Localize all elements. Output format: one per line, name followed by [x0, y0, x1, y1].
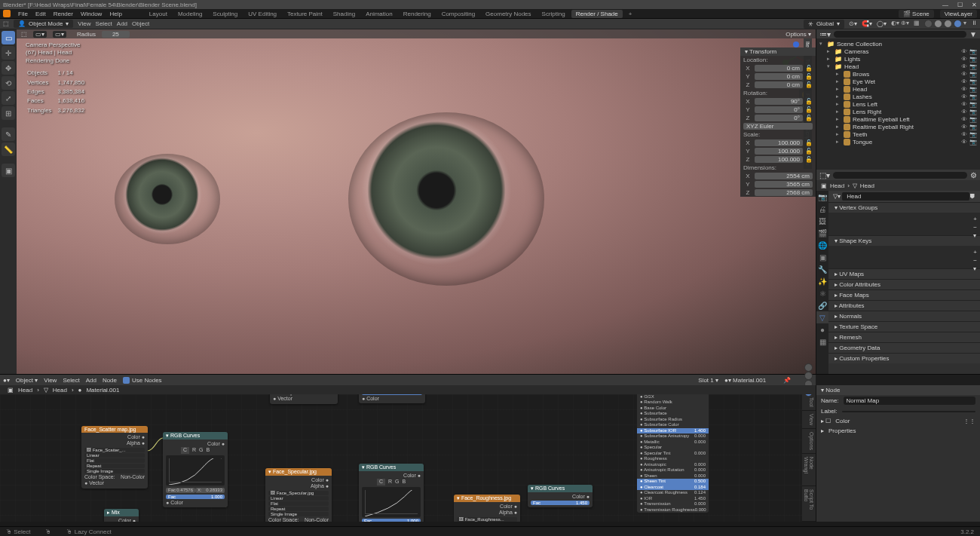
lock-icon[interactable]: 🔓 [805, 115, 813, 121]
constraints-tab-icon[interactable]: 🔗 [816, 299, 828, 311]
ne-side-tab[interactable]: View [802, 411, 816, 429]
wireframe-shading-icon[interactable] [924, 20, 933, 28]
outliner-type-icon[interactable]: ≔▾ [819, 30, 831, 38]
pivot-icon[interactable]: ⊙▾ [849, 20, 857, 27]
disable-icon[interactable]: 📷 [969, 48, 977, 55]
prop-panel-header[interactable]: ▸ Attributes [828, 301, 980, 311]
lock-icon[interactable]: 🔓 [805, 156, 813, 163]
loc-y[interactable]: 0 cm [755, 73, 803, 80]
texture-tab-icon[interactable]: ▦ [816, 335, 828, 348]
add-icon[interactable]: + [973, 249, 977, 256]
props-type-icon[interactable]: ⬚▾ [819, 171, 830, 179]
eye-icon[interactable]: 👁 [961, 48, 967, 55]
gizmo-toggle-icon[interactable]: ◐▾ [891, 20, 899, 28]
modifier-tab-icon[interactable]: 🔧 [816, 263, 828, 275]
node-props-row[interactable]: ▸Properties [816, 426, 980, 436]
props-search[interactable] [833, 172, 967, 179]
ne-side-tab[interactable]: Options [802, 429, 816, 454]
pause-render-icon[interactable]: ⏸ [971, 20, 977, 28]
close-icon[interactable]: ✕ [972, 2, 977, 8]
add-icon[interactable]: + [973, 216, 977, 222]
radius-field[interactable]: 25 [102, 31, 130, 38]
minimize-icon[interactable]: — [942, 2, 948, 8]
eye-icon[interactable]: 👁 [961, 131, 967, 138]
disable-icon[interactable]: 📷 [969, 71, 977, 78]
scene-tab-icon[interactable]: 🎬 [816, 227, 828, 239]
material-tab-icon[interactable]: ● [816, 323, 828, 335]
workspace-tab[interactable]: Render / Shade [571, 10, 623, 18]
ne-type-icon[interactable]: ●▾ [3, 377, 10, 384]
snap-icon[interactable]: 🧲▾ [862, 20, 872, 27]
outliner-item[interactable]: ▸Lens Left👁📷 [818, 100, 978, 108]
eye-icon[interactable]: 👁 [961, 78, 967, 85]
eye-icon[interactable]: 👁 [961, 56, 967, 63]
ne-shade-1[interactable] [804, 363, 813, 372]
vp-menu-object[interactable]: Object [132, 20, 149, 27]
viewlayer-dropdown[interactable]: ViewLayer [940, 10, 977, 18]
menu-window[interactable]: Window [81, 11, 102, 17]
ne-side-tab[interactable]: Script To Butto [802, 486, 816, 522]
outliner-item[interactable]: ▾📁Head👁📷 [818, 63, 978, 70]
lock-icon[interactable]: 🔓 [805, 81, 813, 88]
prop-panel-header[interactable]: ▸ Geometry Data [828, 343, 980, 353]
menu-help[interactable]: Help [109, 11, 121, 17]
eye-icon[interactable]: 👁 [961, 116, 967, 123]
material-shading-icon[interactable] [944, 20, 952, 28]
eye-icon[interactable]: 👁 [961, 139, 967, 145]
rot-x[interactable]: 90° [755, 98, 803, 105]
xray-icon[interactable]: ▦ [914, 20, 920, 28]
disable-icon[interactable]: 📷 [969, 124, 977, 130]
eye-icon[interactable]: 👁 [961, 63, 967, 70]
rotate-tool[interactable]: ⟲ [2, 76, 15, 90]
add-cube-tool[interactable]: ▣ [2, 164, 15, 177]
workspace-tab[interactable]: Geometry Nodes [481, 10, 535, 18]
node-scatter-texture[interactable]: Face_Scatter map.jpg Color ● Alpha ● 🖼 F… [81, 426, 148, 489]
slot-dropdown[interactable]: Slot 1 ▾ [698, 377, 718, 384]
prop-panel-header[interactable]: ▸ Face Maps [828, 290, 980, 300]
cursor-tool[interactable]: ✛ [2, 46, 15, 60]
material-dropdown[interactable]: ●▾ Material.001 [724, 377, 777, 384]
solid-shading-icon[interactable] [934, 20, 942, 28]
ne-object-dropdown[interactable]: Object ▾ [16, 377, 38, 384]
remove-icon[interactable]: − [973, 224, 977, 231]
mesh-data-name[interactable]: Head [842, 192, 969, 201]
ne-menu-add[interactable]: Add [86, 377, 96, 384]
workspace-tab[interactable]: Compositing [437, 10, 479, 18]
workspace-tab[interactable]: Rendering [399, 10, 436, 18]
particles-tab-icon[interactable]: ✨ [816, 275, 828, 287]
remove-icon[interactable]: − [973, 257, 977, 264]
node-rgb-curves-1[interactable]: ▾ RGB Curves Color ● CRGB Fac0.47576X:0.… [163, 432, 228, 507]
vp-menu-select[interactable]: Select [96, 20, 112, 27]
physics-tab-icon[interactable]: ⚛ [816, 287, 828, 299]
prop-panel-header[interactable]: ▸ Custom Properties [828, 354, 980, 363]
prop-panel-header[interactable]: ▾ Vertex Groups [828, 203, 980, 213]
disable-icon[interactable]: 📷 [969, 116, 977, 123]
shield-icon[interactable]: ⛊ [969, 193, 975, 200]
viewlayer-tab-icon[interactable]: 🖼 [816, 215, 828, 227]
node-canvas[interactable]: Color Space:sRGB ● Vector Fac0.453 ● Col… [0, 394, 802, 522]
use-nodes-checkbox[interactable] [123, 377, 130, 384]
annotate-tool[interactable]: ✎ [2, 127, 15, 141]
node-label-field[interactable] [842, 411, 975, 412]
disable-icon[interactable]: 📷 [969, 131, 977, 138]
ne-menu-select[interactable]: Select [63, 377, 79, 384]
scl-y[interactable]: 100.000 [755, 148, 803, 155]
ne-shade-2[interactable] [804, 372, 813, 380]
outliner-item[interactable]: ▸Tongue👁📷 [818, 138, 978, 145]
workspace-tab[interactable]: + [624, 10, 637, 18]
outliner-item[interactable]: ▸Teeth👁📷 [818, 130, 978, 138]
node-mix[interactable]: ▸ Mix Color ● [104, 509, 139, 522]
object-tab-icon[interactable]: ▣ [816, 251, 828, 263]
eye-icon[interactable]: 👁 [961, 109, 967, 115]
lock-icon[interactable]: 🔓 [805, 73, 813, 80]
orientation-dropdown[interactable]: ⚹ Global ▾ [804, 20, 844, 29]
eye-icon[interactable]: 👁 [961, 71, 967, 78]
node-fac-top[interactable]: Fac0.453 ● Color [359, 394, 425, 403]
prop-panel-header[interactable]: ▸ Color Attributes [828, 280, 980, 289]
mode-dropdown[interactable]: 👤 Object Mode ▾ [14, 20, 73, 28]
workspace-tab[interactable]: Animation [361, 10, 397, 18]
lock-icon[interactable]: 🔓 [805, 106, 813, 113]
measure-tool[interactable]: 📏 [2, 142, 15, 156]
node-panel-header[interactable]: ▾ Node [816, 385, 980, 395]
disable-icon[interactable]: 📷 [969, 101, 977, 108]
